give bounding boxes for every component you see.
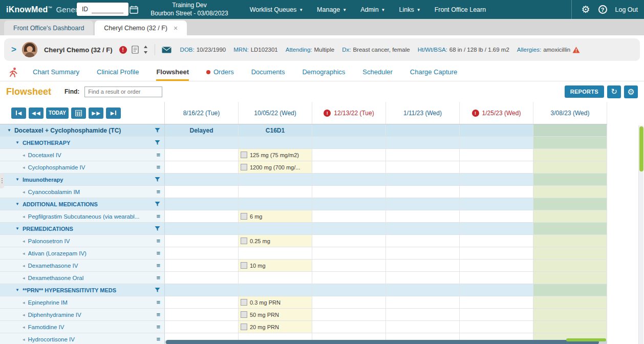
dose-checkbox[interactable] [241,262,247,269]
today-button[interactable]: TODAY [46,107,69,119]
window-tab-front-office-s-dashboard[interactable]: Front Office's Dashboard [4,20,93,35]
expand-down-icon[interactable]: ▼ [15,140,19,145]
row-label-cell[interactable]: ◂Docetaxel IV≡ [0,149,165,161]
row-label-cell[interactable]: ▼Imuunotherapy [0,174,165,185]
flowsheet-cell[interactable] [460,309,533,320]
flowsheet-cell[interactable]: 125 mg (75 mg/m2) [239,149,312,161]
flowsheet-cell[interactable] [165,284,239,296]
row-menu-icon[interactable]: ≡ [156,250,160,256]
row-label-cell[interactable]: ◂Epinephrine IM≡ [0,296,165,308]
flowsheet-cell[interactable] [312,235,386,247]
topnav-item-manage[interactable]: Manage▼ [317,6,347,13]
topnav-item-worklist-queues[interactable]: Worklist Queues▼ [250,6,303,13]
dose-checkbox[interactable] [241,311,247,318]
flowsheet-cell[interactable] [312,309,386,320]
flowsheet-cell[interactable] [165,309,239,320]
page-forward-button[interactable]: ▶▶ [89,107,103,119]
collapse-left-icon[interactable]: ◂ [23,251,25,256]
flowsheet-cell[interactable] [312,272,386,284]
row-menu-icon[interactable]: ≡ [156,213,160,220]
flowsheet-cell[interactable] [460,174,533,185]
row-label-cell[interactable]: ◂Diphenhydramine IV≡ [0,309,165,320]
flowsheet-cell[interactable] [239,247,312,259]
date-column-header[interactable]: 1/11/23 (Wed) [386,102,460,124]
collapse-left-icon[interactable]: ◂ [23,214,25,219]
row-label-cell[interactable]: ◂Hydrocortisone IV≡ [0,333,165,344]
chart-tab-demographics[interactable]: Demographics [302,63,345,81]
flowsheet-cell[interactable] [165,272,239,284]
flowsheet-cell[interactable] [460,247,533,259]
flowsheet-cell[interactable] [165,321,239,333]
flowsheet-cell[interactable] [312,296,386,308]
collapse-left-icon[interactable]: ◂ [23,300,25,305]
flowsheet-cell[interactable] [460,186,533,198]
flowsheet-cell[interactable] [312,174,386,185]
row-label-cell[interactable]: ▼**PRN** HYPERSENSITIVITY MEDS [0,284,165,296]
flowsheet-cell[interactable] [239,174,312,185]
flowsheet-cell[interactable] [312,247,386,259]
flowsheet-cell[interactable] [533,149,607,161]
dose-checkbox[interactable] [241,152,247,158]
flowsheet-cell[interactable] [460,321,533,333]
row-label-cell[interactable]: ◂Dexamethasone IV≡ [0,260,165,271]
find-input[interactable] [84,87,162,97]
chart-tab-documents[interactable]: Documents [251,63,285,81]
filter-icon[interactable] [155,140,160,145]
flowsheet-cell[interactable] [460,296,533,308]
flowsheet-cell[interactable] [460,235,533,247]
flowsheet-cell[interactable] [165,174,239,185]
chart-tab-flowsheet[interactable]: Flowsheet [156,63,189,81]
filter-icon[interactable] [155,287,160,293]
flowsheet-cell[interactable] [239,198,312,210]
flowsheet-settings-button[interactable]: ⚙ [624,85,638,98]
panel-collapse-handle[interactable] [0,173,4,188]
flowsheet-cell[interactable] [386,137,460,148]
flowsheet-cell[interactable] [312,198,386,210]
flowsheet-cell[interactable]: Delayed [165,124,239,136]
flowsheet-cell[interactable] [533,210,607,222]
flowsheet-cell[interactable] [460,272,533,284]
flowsheet-cell[interactable] [460,284,533,296]
expand-down-icon[interactable]: ▼ [15,226,19,231]
date-column-header[interactable]: 8/16/22 (Tue) [165,102,239,124]
message-icon[interactable] [162,47,171,53]
flowsheet-cell[interactable] [386,284,460,296]
filter-icon[interactable] [155,127,160,133]
flowsheet-cell[interactable] [386,296,460,308]
allergy-warning-icon[interactable] [572,47,580,53]
expand-down-icon[interactable]: ▼ [15,177,19,182]
chart-tab-charge-capture[interactable]: Charge Capture [410,63,458,81]
flowsheet-cell[interactable] [386,198,460,210]
flowsheet-cell[interactable] [533,223,607,234]
flowsheet-cell[interactable] [165,161,239,173]
flowsheet-cell[interactable] [533,124,607,136]
flowsheet-cell[interactable]: 0.3 mg PRN [239,296,312,308]
chart-tab-chart-summary[interactable]: Chart Summary [33,63,79,81]
help-icon[interactable]: ? [598,5,607,14]
reports-button[interactable]: REPORTS [565,85,604,98]
flowsheet-cell[interactable] [533,260,607,271]
dose-checkbox[interactable] [241,238,247,244]
flowsheet-cell[interactable] [533,309,607,320]
flowsheet-cell[interactable] [460,198,533,210]
row-menu-icon[interactable]: ≡ [156,188,160,195]
flowsheet-cell[interactable] [386,149,460,161]
date-column-header[interactable]: 10/05/22 (Wed) [239,102,312,124]
row-label-cell[interactable]: ◂Cyanocobalamin IM≡ [0,186,165,198]
flowsheet-cell[interactable] [386,124,460,136]
row-label-cell[interactable]: ◂Cyclophosphamide IV≡ [0,161,165,173]
flowsheet-cell[interactable]: 10 mg [239,260,312,271]
topnav-item-admin[interactable]: Admin▼ [360,6,385,13]
patient-navigator-icon[interactable] [143,46,148,54]
flowsheet-cell[interactable] [460,223,533,234]
flowsheet-cell[interactable] [239,186,312,198]
settings-gear-icon[interactable]: ⚙ [581,5,590,14]
row-label-cell[interactable]: ▼PREMEDICATIONS [0,223,165,234]
flowsheet-cell[interactable] [165,235,239,247]
flowsheet-cell[interactable] [165,223,239,234]
row-label-cell[interactable]: ◂Ativan (Lorazepam IV)≡ [0,247,165,259]
collapse-left-icon[interactable]: ◂ [23,275,25,281]
flowsheet-cell[interactable] [239,284,312,296]
flowsheet-cell[interactable] [460,149,533,161]
calendar-picker-button[interactable] [71,107,86,119]
